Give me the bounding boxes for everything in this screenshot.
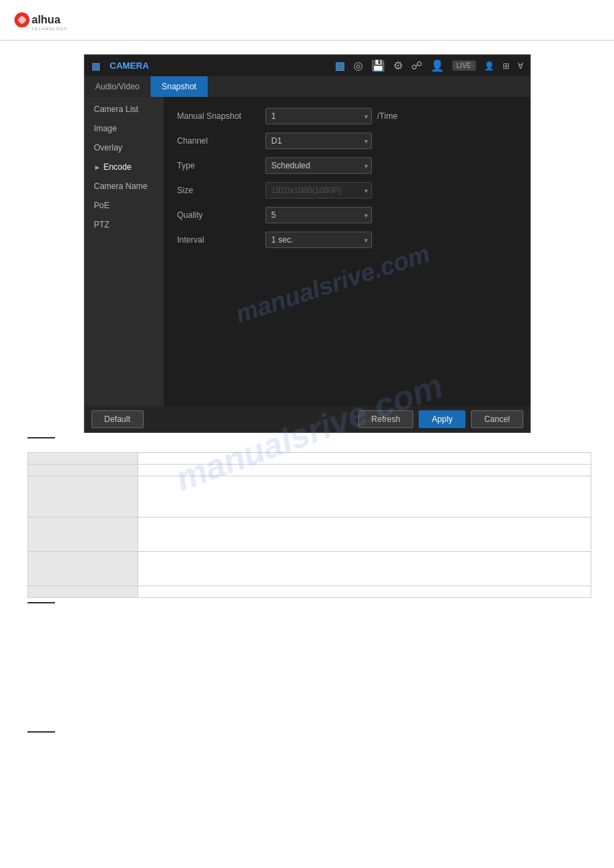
manual-snapshot-label: Manual Snapshot: [177, 111, 260, 121]
chevron-icon: ►: [94, 164, 101, 171]
table-header-col: [28, 476, 138, 518]
tab-bar: Audio/Video Snapshot: [85, 76, 530, 97]
channel-label: Channel: [177, 136, 260, 146]
size-select-wrapper: 1920x1080(1080P): [265, 182, 372, 199]
sidebar-label-encode: Encode: [103, 162, 131, 172]
shield-nav-icon[interactable]: ☍: [411, 59, 422, 72]
sidebar-label-ptz: PTZ: [94, 220, 110, 230]
svg-text:alhua: alhua: [32, 14, 61, 25]
channel-select-wrapper: D1D2D3D4: [265, 133, 372, 149]
section-underline-3: [28, 731, 55, 733]
quality-row: Quality 123456: [177, 207, 516, 223]
sidebar-item-encode[interactable]: ► Encode: [85, 157, 164, 177]
interval-select[interactable]: 1 sec.2 sec.5 sec.10 sec.: [265, 232, 372, 248]
top-nav-bar: ▩ CAMERA ▩ ◎ 💾 ⚙ ☍ 👤 LIVE 👤 ⊞ ∀: [85, 55, 530, 76]
table-header-col: [28, 465, 138, 476]
interval-label: Interval: [177, 235, 260, 245]
table-row: [28, 476, 591, 518]
table-row: [28, 453, 591, 465]
table-header-col: [28, 453, 138, 465]
bottom-bar: Default Refresh Apply Cancel: [85, 406, 530, 432]
table-data-col: [138, 465, 591, 476]
sidebar-item-ptz[interactable]: PTZ: [85, 215, 164, 234]
sidebar-label-image: Image: [94, 124, 117, 133]
table-section: [21, 452, 593, 598]
apply-button[interactable]: Apply: [419, 410, 465, 428]
svg-text:TECHNOLOGY: TECHNOLOGY: [32, 27, 67, 31]
sidebar-item-overlay[interactable]: Overlay: [85, 138, 164, 157]
video-nav-icon[interactable]: ▩: [335, 59, 345, 72]
sidebar-label-overlay: Overlay: [94, 143, 122, 153]
user-nav-icon[interactable]: 👤: [430, 59, 444, 72]
sidebar: Camera List Image Overlay ► Encode Camer…: [85, 97, 164, 406]
table-data-col: [138, 586, 591, 598]
hdd-nav-icon[interactable]: 💾: [371, 59, 385, 72]
default-button[interactable]: Default: [91, 410, 144, 428]
quality-label: Quality: [177, 210, 260, 220]
main-form-area: Manual Snapshot 12345 /Time Channel D1D2…: [164, 97, 530, 406]
manual-snapshot-select[interactable]: 12345: [265, 108, 372, 124]
sidebar-item-image[interactable]: Image: [85, 119, 164, 138]
watermark-text: manualsrive.com: [230, 245, 405, 333]
parameter-table: [28, 452, 591, 598]
person-icon: 👤: [484, 61, 494, 71]
size-select[interactable]: 1920x1080(1080P): [265, 182, 372, 199]
live-badge: LIVE: [452, 60, 476, 71]
table-data-col: [138, 552, 591, 586]
quality-select-wrapper: 123456: [265, 207, 372, 223]
table-row: [28, 465, 591, 476]
nav-icons: ▩ ◎ 💾 ⚙ ☍ 👤 LIVE 👤 ⊞ ∀: [335, 59, 523, 72]
refresh-button[interactable]: Refresh: [358, 410, 413, 428]
interval-row: Interval 1 sec.2 sec.5 sec.10 sec.: [177, 232, 516, 248]
watermark-area: manualsrive.com: [177, 256, 516, 394]
tab-snapshot[interactable]: Snapshot: [151, 76, 208, 97]
sidebar-item-poe[interactable]: PoE: [85, 196, 164, 215]
channel-row: Channel D1D2D3D4: [177, 133, 516, 149]
panel-body: Camera List Image Overlay ► Encode Camer…: [85, 97, 530, 406]
panel-title: CAMERA: [110, 60, 149, 71]
table-row: [28, 518, 591, 552]
globe-nav-icon[interactable]: ◎: [353, 59, 363, 72]
logo-area: alhua TECHNOLOGY: [0, 0, 614, 41]
manual-snapshot-suffix: /Time: [377, 111, 398, 121]
type-label: Type: [177, 161, 260, 170]
main-content: ▩ CAMERA ▩ ◎ 💾 ⚙ ☍ 👤 LIVE 👤 ⊞ ∀ Audio/Vi…: [0, 41, 614, 753]
size-label: Size: [177, 186, 260, 195]
tab-audio-video[interactable]: Audio/Video: [85, 76, 151, 97]
section-underline-1: [28, 437, 55, 438]
table-header-col: [28, 552, 138, 586]
quality-select[interactable]: 123456: [265, 207, 372, 223]
manual-snapshot-row: Manual Snapshot 12345 /Time: [177, 108, 516, 124]
camera-icon: ▩: [91, 60, 100, 71]
type-select[interactable]: ScheduledEvent: [265, 157, 372, 174]
camera-panel: ▩ CAMERA ▩ ◎ 💾 ⚙ ☍ 👤 LIVE 👤 ⊞ ∀ Audio/Vi…: [84, 54, 531, 433]
table-data-col: [138, 476, 591, 518]
settings-nav-icon[interactable]: ⚙: [393, 59, 403, 72]
dahua-logo: alhua TECHNOLOGY: [14, 7, 76, 33]
sidebar-label-poe: PoE: [94, 201, 110, 210]
channel-select[interactable]: D1D2D3D4: [265, 133, 372, 149]
type-row: Type ScheduledEvent: [177, 157, 516, 174]
sidebar-label-camera-name: Camera Name: [94, 181, 148, 191]
table-header-col: [28, 518, 138, 552]
size-row: Size 1920x1080(1080P): [177, 182, 516, 199]
sidebar-item-camera-name[interactable]: Camera Name: [85, 177, 164, 196]
manual-snapshot-select-wrapper: 12345: [265, 108, 372, 124]
table-row: [28, 552, 591, 586]
type-select-wrapper: ScheduledEvent: [265, 157, 372, 174]
section-underline-2: [28, 602, 55, 603]
table-data-col: [138, 453, 591, 465]
table-header-col: [28, 586, 138, 598]
sidebar-item-camera-list[interactable]: Camera List: [85, 100, 164, 119]
table-row: [28, 586, 591, 598]
sidebar-label-camera-list: Camera List: [94, 104, 139, 114]
table-data-col: [138, 518, 591, 552]
interval-select-wrapper: 1 sec.2 sec.5 sec.10 sec.: [265, 232, 372, 248]
cancel-button[interactable]: Cancel: [471, 410, 523, 428]
bottom-extra: [21, 624, 593, 727]
grid-large-icon[interactable]: ∀: [518, 61, 523, 71]
grid-small-icon[interactable]: ⊞: [503, 61, 509, 71]
